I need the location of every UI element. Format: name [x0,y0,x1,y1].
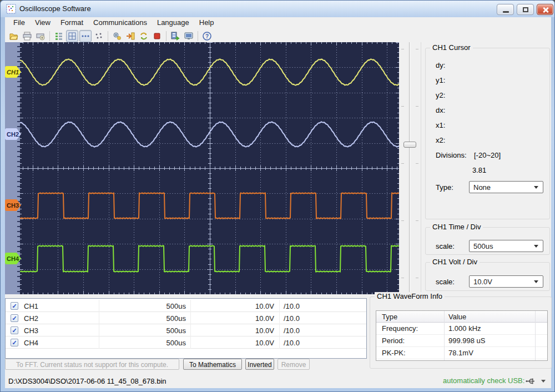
channel-name: CH3 [24,326,38,335]
menu-language[interactable]: Language [152,17,194,29]
channel-tag-ch1[interactable]: CH1 [5,66,21,78]
slider-tick [416,106,418,107]
points-display-button[interactable] [93,30,105,42]
column-separator [190,300,191,312]
remove-button[interactable]: Remove [278,359,310,370]
volt-scale-select[interactable]: 10.0V [469,275,543,288]
title-bar[interactable]: Oscilloscope Software [1,1,555,17]
column-separator [279,300,280,312]
menu-help[interactable]: Help [194,17,219,29]
waveform-info-title: CH1 WaveForm Info [375,292,445,300]
channel-checkbox[interactable]: ✓ [11,326,18,334]
table-row-ch3[interactable]: ✓ CH3 500us 10.0V /10.0 [6,324,366,336]
waveform-info-panel: CH1 WaveForm Info Type Value Frequency: … [370,296,552,369]
waveform-info-table: Type Value Frequency: 1.000 kHz Period: … [376,310,548,361]
channel-checkbox[interactable]: ✓ [11,339,18,346]
menu-format[interactable]: Format [56,17,88,29]
dots-display-button[interactable] [79,30,92,42]
table-row-ch4[interactable]: ✓ CH4 500us 10.0V /10.0 [6,336,366,349]
close-icon [542,7,549,13]
slider-tick [401,106,404,107]
toolbar-separator [108,31,108,41]
time-scale-select[interactable]: 500us [469,240,543,252]
slider-thumb[interactable] [403,142,416,148]
volt-div-title: CH1 Volt / Div [430,258,480,266]
export-data-button[interactable] [169,30,181,42]
column-separator [279,312,280,324]
info-row-pkpk: PK-PK: 78.1mV [376,347,547,359]
print-setup-icon [36,31,46,41]
channel-tag-ch4[interactable]: CH4 [5,253,21,264]
channel-probe: /10.0 [284,339,300,347]
app-icon [6,4,16,14]
channel-list-button[interactable] [53,30,65,42]
channel-tag-ch3[interactable]: CH3 [5,199,21,211]
cursor-y2-label: y2: [436,91,445,99]
info-type: Period: [382,336,405,345]
to-mathematics-button[interactable]: To Mathematics [183,359,242,370]
info-row-period: Period: 999.998 uS [376,335,547,347]
client-area: File View Format Communications Language… [5,17,551,388]
cursor-type-select[interactable]: None [469,181,543,193]
table-row-ch2[interactable]: ✓ CH2 500us 10.0V /10.0 [6,312,366,324]
usb-icon [526,378,537,385]
to-fft-button[interactable]: To FFT. Current status not support for t… [5,359,179,370]
channel-gutter: CH1 CH2 CH3 CH4 [5,42,20,294]
channel-time: 500us [100,326,186,335]
inverted-button[interactable]: Inverted [245,359,274,370]
export-icon [170,31,180,41]
help-button[interactable]: ? [201,30,213,42]
ellipsis-dots-icon [80,31,90,41]
usb-dropdown-button[interactable] [539,376,548,385]
toolbar-separator [166,31,167,41]
print-button[interactable] [21,30,33,42]
channel-name: CH4 [24,339,38,347]
column-separator [279,324,280,336]
info-column-separator [444,311,445,360]
slider-tick [401,220,404,221]
channels-table: ✓ CH1 500us 10.0V /10.0 ✓ CH2 500us 10.0… [5,298,367,359]
slider-tick [401,163,404,164]
auto-refresh-button[interactable] [138,30,150,42]
close-button[interactable] [537,4,553,15]
settings-button[interactable] [111,30,123,42]
menu-file[interactable]: File [8,17,30,29]
panel-divider [421,42,421,294]
gears-icon [112,31,122,41]
table-row-ch1[interactable]: ✓ CH1 500us 10.0V /10.0 [6,300,366,312]
file-path: D:\XDS3004\DSO\2017-06-06 11_45_08_678.b… [8,377,167,385]
info-type: Frequency: [382,324,418,333]
column-separator [99,312,99,324]
divisions-label: Divisions: [436,151,467,159]
connect-icon [125,31,135,41]
svg-text:?: ? [205,33,209,39]
time-div-title: CH1 Time / Div [430,223,483,231]
slider-track[interactable] [409,42,410,294]
volt-scale-label: scale: [436,278,455,286]
divisions-range: [-20~20] [474,151,501,159]
info-type: PK-PK: [382,349,406,357]
menu-view[interactable]: View [30,17,56,29]
screen-capture-button[interactable] [183,30,195,42]
info-col-type: Type [382,313,397,321]
usb-check-label: automatically check USB: [443,376,524,385]
cursor-dx-label: dx: [436,106,445,114]
stop-button[interactable] [151,30,163,42]
connect-device-button[interactable] [124,30,137,42]
cursor-y1-label: y1: [436,76,445,84]
slider-tick [416,49,418,49]
help-icon: ? [202,31,212,41]
channel-volt: 10.0V [191,314,274,323]
maximize-button[interactable] [517,4,534,15]
open-file-button[interactable] [8,30,20,42]
print-setup-button[interactable] [34,30,47,42]
grid-toggle-button[interactable] [66,30,78,42]
channel-checkbox[interactable]: ✓ [11,302,18,310]
info-value: 1.000 kHz [448,324,481,333]
minimize-button[interactable] [497,4,514,15]
menu-communications[interactable]: Communications [88,17,152,29]
column-separator [99,324,99,336]
channel-checkbox[interactable]: ✓ [11,314,18,322]
waveform-display[interactable] [20,42,399,294]
channel-tag-ch2[interactable]: CH2 [5,128,21,140]
